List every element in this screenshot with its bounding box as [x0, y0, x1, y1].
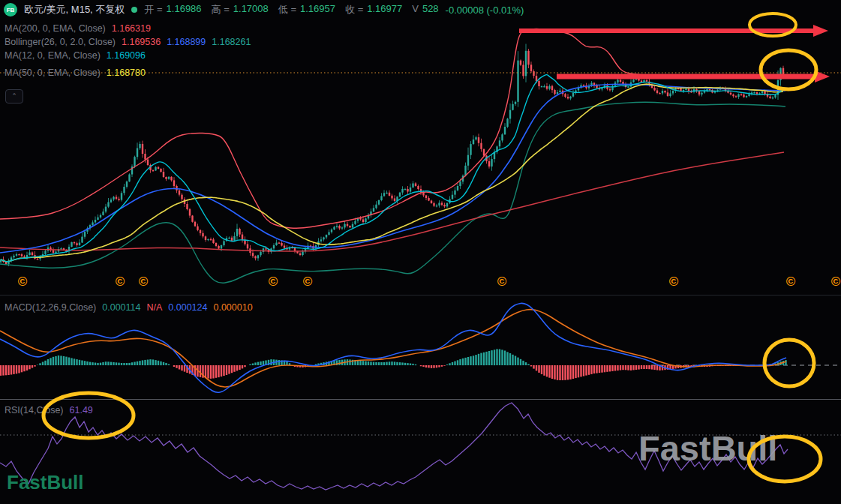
legend-macd[interactable]: MACD(12,26,9,Close) 0.000114 N/A 0.00012… [5, 302, 253, 313]
ohlc-field: 开 =1.16986 [144, 3, 201, 16]
legend-bollinger[interactable]: Bollinger(26, 0, 2.0, Close) 1.169536 1.… [5, 37, 251, 47]
rsi-label: RSI(14,Close) [5, 405, 64, 416]
price-change: -0.00008 (-0.01%) [446, 4, 524, 16]
macd-hist-value: 0.000010 [213, 302, 252, 313]
fastbull-watermark: FastBull [638, 428, 777, 469]
fastbull-symbol-badge: FB [4, 3, 17, 16]
ohlc-field: 收 =1.16977 [345, 3, 402, 16]
legend-ma200[interactable]: MA(200, 0, EMA, Close) 1.166319 [5, 23, 151, 34]
rsi-value: 61.49 [70, 405, 93, 416]
bollinger-mid-value: 1.168899 [167, 37, 206, 47]
ma50-value: 1.168780 [107, 68, 146, 78]
ohlc-field: 低 =1.16957 [278, 3, 335, 16]
collapse-indicators-button[interactable]: ⌃ [5, 89, 23, 104]
ma200-label: MA(200, 0, EMA, Close) [5, 23, 106, 34]
macd-label: MACD(12,26,9,Close) [5, 302, 96, 313]
symbol-title[interactable]: 欧元/美元, M15, 不复权 [24, 3, 125, 16]
legend-ma12[interactable]: MA(12, 0, EMA, Close) 1.169096 [5, 50, 146, 61]
ma12-label: MA(12, 0, EMA, Close) [5, 50, 101, 61]
macd-line-value: 0.000124 [168, 302, 207, 313]
trading-chart-app: ©©©©©©©©© FB 欧元/美元, M15, 不复权 开 =1.16986高… [0, 0, 841, 504]
ohlc-field: 高 =1.17008 [212, 3, 269, 16]
market-status-dot [131, 7, 137, 13]
bollinger-label: Bollinger(26, 0, 2.0, Close) [5, 37, 116, 47]
macd-na-value: N/A [146, 302, 162, 313]
legend-ma50[interactable]: MA(50, 0, EMA, Close) 1.168780 [5, 68, 146, 78]
ohlc-fields: 开 =1.16986高 =1.17008低 =1.16957收 =1.16977… [144, 3, 438, 16]
bollinger-upper-value: 1.169536 [122, 37, 161, 47]
legend-rsi[interactable]: RSI(14,Close) 61.49 [5, 405, 93, 416]
ohlc-field: V528 [412, 3, 438, 16]
chart-header: FB 欧元/美元, M15, 不复权 开 =1.16986高 =1.17008低… [4, 3, 524, 16]
ma200-value: 1.166319 [112, 23, 151, 34]
ma12-value: 1.169096 [107, 50, 146, 61]
macd-value: 0.000114 [102, 302, 140, 313]
fastbull-logo: FastBull [7, 471, 84, 494]
bollinger-lower-value: 1.168261 [212, 37, 251, 47]
ma50-label: MA(50, 0, EMA, Close) [5, 68, 101, 78]
